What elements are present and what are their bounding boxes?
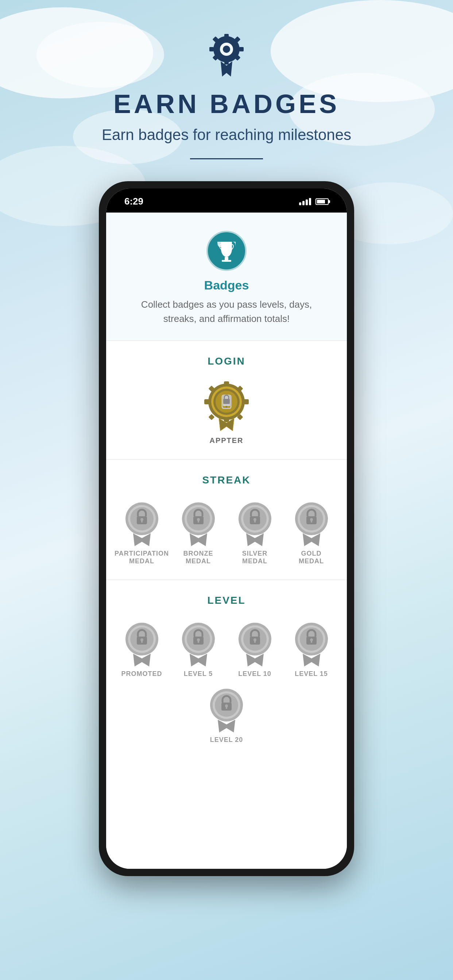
signal-icon [299,198,311,205]
badge-item-participation: PARTICIPATIONMEDAL [118,499,166,565]
svg-rect-72 [141,641,143,643]
page-title: EARN BADGES [113,89,340,119]
login-badge-container: APPTER [117,380,336,445]
badge-label-gold: GOLD MEDAL [288,550,335,565]
svg-rect-64 [311,520,312,522]
login-section-title: LOGIN [117,355,336,367]
badge-item-silver: SILVER MEDAL [231,499,279,565]
svg-rect-1 [224,34,229,38]
badge-label-bronze: BRONZEMEDAL [183,550,214,565]
badge-item-gold: GOLD MEDAL [288,499,335,565]
level-section-title: LEVEL [117,595,336,606]
badge-item-promoted: PROMOTED [118,619,166,678]
streak-badges-grid: PARTICIPATIONMEDAL [117,499,336,565]
battery-icon [316,198,329,205]
streak-section: STREAK [106,460,347,580]
svg-rect-3 [209,47,214,51]
svg-rect-4 [239,47,244,51]
svg-rect-21 [244,399,249,404]
badge-item-level15: LEVEL 15 [288,619,335,678]
status-time: 6:29 [124,196,144,207]
svg-point-11 [223,46,230,53]
status-bar: 6:29 [106,188,347,213]
svg-rect-100 [226,706,227,709]
svg-point-31 [226,406,228,408]
svg-marker-94 [303,654,320,667]
badge-label-promoted: PROMOTED [121,670,162,678]
badge-item-level5: LEVEL 5 [175,619,222,678]
svg-rect-18 [224,381,229,387]
level-section: LEVEL [106,580,347,758]
svg-rect-13 [225,257,228,260]
level-badges-row1: PROMOTED [117,619,336,678]
badge-label-level20: LEVEL 20 [210,736,243,744]
svg-marker-80 [190,654,207,667]
badge-label-level10: LEVEL 10 [238,670,271,678]
badge-label-level15: LEVEL 15 [295,670,328,678]
svg-rect-40 [141,520,143,522]
badge-label-participation: PARTICIPATIONMEDAL [115,550,169,565]
header-badge-icon [205,29,248,78]
svg-rect-19 [224,417,229,422]
svg-rect-24 [209,414,215,420]
svg-rect-32 [223,399,230,404]
header-divider [190,158,263,159]
badge-label-level5: LEVEL 5 [184,670,213,678]
svg-rect-20 [204,399,209,404]
streak-section-title: STREAK [117,474,336,486]
page-subtitle: Earn badges for reaching milestones [102,126,351,144]
level-badges-row2: LEVEL 20 [117,685,336,744]
svg-rect-48 [198,520,199,522]
header-section: EARN BADGES Earn badges for reaching mil… [102,29,351,159]
status-right [299,198,329,205]
svg-rect-14 [222,260,231,262]
svg-marker-87 [246,654,264,667]
badge-item-bronze: BRONZEMEDAL [175,499,222,565]
badge-item-level20: LEVEL 20 [203,685,250,744]
svg-marker-57 [246,533,264,546]
phone-screen: 6:29 [106,188,347,869]
badges-header-card: Badges Collect badges as you pass levels… [106,213,347,341]
badges-description: Collect badges as you pass levels, days,… [135,298,318,326]
svg-marker-41 [133,533,151,546]
badges-title: Badges [204,278,249,293]
login-section: LOGIN [106,341,347,460]
svg-marker-65 [303,533,320,546]
trophy-icon [206,231,247,271]
screen-content: Badges Collect badges as you pass levels… [106,213,347,869]
svg-marker-73 [133,654,151,667]
svg-rect-93 [311,641,312,643]
svg-rect-86 [254,641,256,643]
svg-marker-101 [218,720,235,732]
svg-rect-79 [198,641,199,643]
svg-marker-49 [190,533,207,546]
svg-rect-56 [254,520,256,522]
badge-item-level10: LEVEL 10 [231,619,279,678]
badge-label-silver: SILVER MEDAL [231,550,279,565]
phone-mockup: 6:29 [99,181,354,876]
login-badge-label: APPTER [209,436,243,445]
svg-rect-2 [224,60,229,65]
